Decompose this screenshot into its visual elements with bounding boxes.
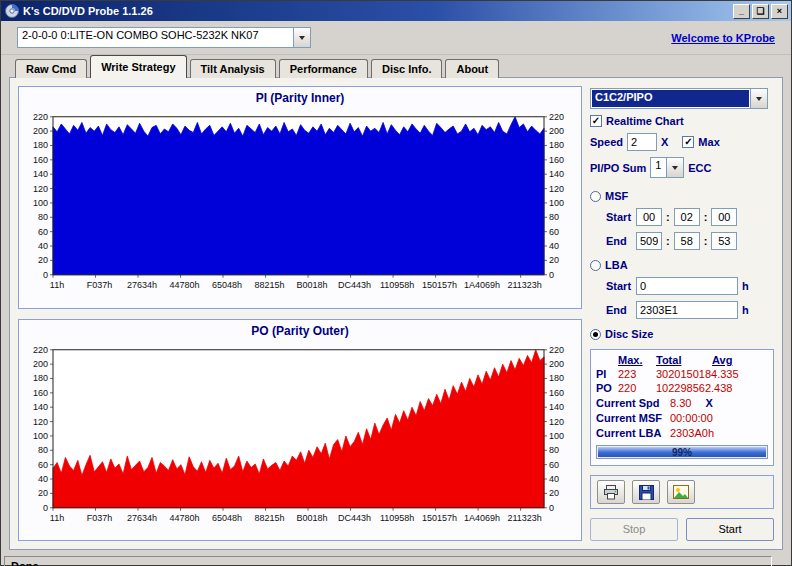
- resize-grip[interactable]: [774, 556, 788, 566]
- pipo-sum-dropdown-button[interactable]: [666, 158, 683, 177]
- svg-text:40: 40: [549, 241, 559, 251]
- svg-text:200: 200: [549, 359, 564, 369]
- pi-chart: 0020204040606080801001001201201401401601…: [23, 107, 577, 307]
- msf-end-label: End: [606, 235, 632, 247]
- svg-text:140: 140: [33, 169, 48, 179]
- svg-text:B0018h: B0018h: [297, 512, 328, 522]
- svg-text:DC443h: DC443h: [338, 512, 371, 522]
- msf-start-sec-input[interactable]: [674, 208, 700, 226]
- msf-end-frame-input[interactable]: [711, 232, 737, 250]
- realtime-chart-checkbox[interactable]: ✓: [590, 115, 602, 127]
- resize-grip-icon: [775, 562, 788, 566]
- msf-start-frame-input[interactable]: [711, 208, 737, 226]
- svg-text:44780h: 44780h: [170, 512, 200, 522]
- msf-label: MSF: [605, 190, 628, 202]
- svg-text:211323h: 211323h: [507, 280, 541, 290]
- svg-text:60: 60: [38, 227, 48, 237]
- toolbar: 2-0-0-0 0:LITE-ON COMBO SOHC-5232K NK07 …: [1, 21, 791, 55]
- lba-end-input[interactable]: [636, 301, 738, 319]
- image-icon: [673, 485, 689, 499]
- lba-radio[interactable]: [590, 260, 601, 271]
- tab-disc-info[interactable]: Disc Info.: [371, 59, 443, 78]
- pipo-sum-combo[interactable]: 1: [650, 157, 684, 178]
- svg-text:220: 220: [549, 344, 564, 354]
- svg-text:160: 160: [33, 155, 48, 165]
- current-speed-label: Current Spd: [596, 397, 670, 409]
- svg-text:80: 80: [549, 445, 559, 455]
- svg-text:150157h: 150157h: [422, 512, 457, 522]
- chevron-down-icon: [756, 97, 762, 101]
- save-button[interactable]: [632, 480, 660, 504]
- start-button[interactable]: Start: [686, 518, 774, 541]
- chevron-down-icon: [672, 166, 678, 170]
- svg-text:27634h: 27634h: [127, 280, 157, 290]
- status-message: Done.: [4, 556, 772, 566]
- pipo-sum-value: 1: [651, 158, 666, 177]
- svg-text:40: 40: [38, 241, 48, 251]
- print-button[interactable]: [597, 480, 625, 504]
- close-button[interactable]: ×: [771, 4, 788, 19]
- svg-text:88215h: 88215h: [255, 280, 285, 290]
- max-speed-checkbox[interactable]: ✓: [682, 136, 694, 148]
- colon-separator: :: [704, 235, 708, 247]
- msf-radio[interactable]: [590, 191, 601, 202]
- tab-tilt-analysis[interactable]: Tilt Analysis: [190, 59, 276, 78]
- current-msf-value: 00:00:00: [670, 412, 713, 424]
- floppy-disk-icon: [639, 485, 654, 500]
- tab-performance[interactable]: Performance: [279, 59, 368, 78]
- current-msf-label: Current MSF: [596, 412, 670, 424]
- run-controls: Stop Start: [590, 518, 774, 541]
- svg-text:140: 140: [549, 402, 564, 412]
- tab-about[interactable]: About: [445, 59, 499, 78]
- welcome-link[interactable]: Welcome to KProbe: [671, 32, 775, 44]
- tab-raw-cmd[interactable]: Raw Cmd: [15, 59, 87, 78]
- svg-text:100: 100: [33, 198, 48, 208]
- controls-panel: C1C2/PIPO ✓ Realtime Chart Speed X ✓ Max…: [590, 86, 774, 541]
- svg-text:160: 160: [549, 387, 564, 397]
- svg-text:180: 180: [549, 140, 564, 150]
- statusbar: Done.: [1, 554, 791, 566]
- svg-text:40: 40: [38, 474, 48, 484]
- disc-size-radio[interactable]: [590, 329, 601, 340]
- svg-text:0: 0: [549, 502, 554, 512]
- stats-header-max: Max.: [618, 354, 656, 366]
- colon-separator: :: [704, 211, 708, 223]
- svg-text:180: 180: [33, 373, 48, 383]
- svg-text:65048h: 65048h: [212, 512, 242, 522]
- current-lba-value: 2303A0h: [670, 427, 714, 439]
- stats-header-avg: Avg: [712, 354, 768, 366]
- svg-text:F037h: F037h: [87, 512, 113, 522]
- svg-text:211323h: 211323h: [507, 512, 541, 522]
- lba-start-input[interactable]: [636, 277, 738, 295]
- mode-combo[interactable]: C1C2/PIPO: [590, 88, 768, 109]
- export-image-button[interactable]: [667, 480, 695, 504]
- lba-end-label: End: [606, 304, 632, 316]
- msf-start-label: Start: [606, 211, 632, 223]
- realtime-chart-label: Realtime Chart: [606, 115, 684, 127]
- svg-text:20: 20: [549, 255, 559, 265]
- stats-row-pi-max: 223: [618, 368, 656, 380]
- tab-write-strategy[interactable]: Write Strategy: [90, 55, 186, 78]
- stop-button[interactable]: Stop: [590, 518, 678, 541]
- svg-text:180: 180: [33, 140, 48, 150]
- lba-start-unit-label: h: [742, 280, 749, 292]
- mode-combo-dropdown-button[interactable]: [750, 89, 767, 108]
- pipo-sum-label: PI/PO Sum: [590, 162, 646, 174]
- stats-row-po-label: PO: [596, 382, 618, 394]
- msf-start-min-input[interactable]: [636, 208, 662, 226]
- svg-text:60: 60: [549, 227, 559, 237]
- stats-row-po-total-avg: 102298562.438: [656, 382, 768, 394]
- svg-text:88215h: 88215h: [255, 512, 285, 522]
- msf-end-sec-input[interactable]: [674, 232, 700, 250]
- pi-chart-box: PI (Parity Inner) 0020204040606080801001…: [18, 86, 582, 309]
- msf-end-min-input[interactable]: [636, 232, 662, 250]
- lba-label: LBA: [605, 259, 628, 271]
- maximize-button[interactable]: ❏: [752, 4, 769, 19]
- drive-combo[interactable]: 2-0-0-0 0:LITE-ON COMBO SOHC-5232K NK07: [17, 27, 311, 48]
- minimize-button[interactable]: _: [733, 4, 750, 19]
- svg-text:100: 100: [549, 198, 564, 208]
- svg-text:140: 140: [33, 402, 48, 412]
- svg-text:1A4069h: 1A4069h: [464, 280, 500, 290]
- speed-input[interactable]: [627, 133, 657, 151]
- drive-combo-dropdown-button[interactable]: [293, 28, 310, 47]
